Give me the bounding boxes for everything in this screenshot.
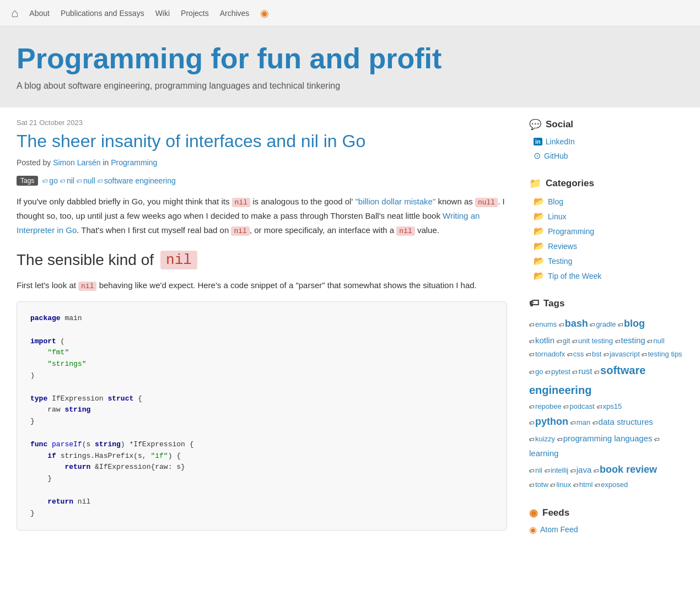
rss-icon: ◉ [529, 525, 537, 535]
category-reviews[interactable]: 📂 Reviews [529, 240, 683, 252]
linkedin-icon: in [534, 138, 542, 145]
folder-icon-testing: 📂 [534, 256, 545, 266]
category-testing[interactable]: 📂 Testing [529, 255, 683, 267]
intro-paragraph: If you've only dabbled briefly in Go, yo… [17, 194, 507, 237]
tag-nil[interactable]: nil [60, 176, 74, 185]
nav-publications[interactable]: Publications and Essays [61, 9, 144, 18]
categories-title: 📁 Categories [529, 177, 683, 190]
folder-icon-programming: 📂 [534, 226, 545, 236]
tag-bash[interactable]: bash [565, 318, 588, 329]
tag-css[interactable]: css [573, 350, 584, 358]
github-icon: ⊙ [534, 150, 541, 161]
main-content: Sat 21 October 2023 The sheer insanity o… [17, 118, 507, 550]
tag-enums[interactable]: enums [535, 320, 557, 328]
tag-intellij[interactable]: intellij [551, 466, 569, 474]
tag-null[interactable]: null [653, 337, 664, 345]
category-linux[interactable]: 📂 Linux [529, 210, 683, 223]
nav-archives[interactable]: Archives [220, 9, 250, 18]
nil-highlight: nil [160, 251, 197, 269]
tags-label: Tags [17, 176, 38, 186]
tag-pytest[interactable]: pytest [551, 367, 570, 376]
article-body: If you've only dabbled briefly in Go, yo… [17, 194, 507, 237]
sidebar-social: 💬 Social in LinkedIn ⊙ GitHub [529, 118, 683, 162]
nav-projects[interactable]: Projects [181, 9, 209, 18]
github-link[interactable]: ⊙ GitHub [529, 149, 683, 162]
tag-book-review[interactable]: book review [600, 464, 657, 475]
category-totw[interactable]: 📂 Tip of the Week [529, 269, 683, 282]
nil-code-2: nil [231, 226, 249, 236]
nil-code-4: nil [78, 282, 96, 291]
tag-go[interactable]: go [42, 176, 58, 185]
sidebar-feeds: ◉ Feeds ◉ Atom Feed [529, 507, 683, 535]
site-nav: ⌂ About Publications and Essays Wiki Pro… [0, 0, 700, 26]
tag-xps15[interactable]: xps15 [603, 402, 622, 410]
tag-software-engineering[interactable]: software engineering [98, 176, 176, 185]
tag-testing-tips[interactable]: testing tips [648, 350, 682, 358]
nav-wiki[interactable]: Wiki [155, 9, 170, 18]
null-code-1: null [475, 198, 498, 207]
atom-feed-link[interactable]: ◉ Atom Feed [529, 525, 683, 535]
tag-man[interactable]: man [577, 418, 590, 426]
social-title: 💬 Social [529, 118, 683, 131]
site-subtitle: A blog about software engineering, progr… [17, 81, 683, 91]
section-body: First let's look at nil behaving like we… [17, 278, 507, 293]
tag-podcast[interactable]: podcast [569, 402, 595, 410]
sidebar: 💬 Social in LinkedIn ⊙ GitHub 📁 Categori… [529, 118, 683, 550]
tag-blog[interactable]: blog [624, 318, 645, 329]
home-link[interactable]: ⌂ [11, 6, 18, 20]
sidebar-categories: 📁 Categories 📂 Blog 📂 Linux 📂 Programmin… [529, 177, 683, 282]
tag-rust[interactable]: rust [578, 366, 592, 376]
folder-icon-totw: 📂 [534, 271, 545, 281]
category-link[interactable]: Programming [111, 158, 157, 167]
tag-tornadofx[interactable]: tornadofx [535, 350, 565, 358]
category-blog[interactable]: 📂 Blog [529, 195, 683, 208]
nav-about[interactable]: About [29, 9, 50, 18]
author-link[interactable]: Simon Larsén [53, 158, 100, 167]
code-block: package main import ( "fmt" "strings" ) … [17, 301, 507, 531]
section-paragraph: First let's look at nil behaving like we… [17, 278, 507, 293]
tag-nil-sidebar[interactable]: nil [535, 466, 542, 474]
sidebar-tags: 🏷 Tags enums bash gradle blog kotlin git… [529, 298, 683, 491]
tag-kotlin[interactable]: kotlin [535, 336, 554, 345]
rss-nav-icon[interactable]: ◉ [260, 7, 269, 19]
tags-cloud-title: 🏷 Tags [529, 298, 683, 309]
site-header: Programming for fun and profit A blog ab… [0, 26, 700, 107]
category-programming[interactable]: 📂 Programming [529, 225, 683, 237]
tag-html[interactable]: html [579, 480, 593, 489]
billion-dollar-link[interactable]: "billion dollar mistake" [356, 197, 436, 206]
section-heading-1: The sensible kind of nil [17, 251, 507, 269]
post-tags-row: Tags go nil null software engineering [17, 176, 507, 186]
tag-null[interactable]: null [77, 176, 95, 185]
post-meta: Posted by Simon Larsén in Programming [17, 158, 507, 167]
tag-linux[interactable]: linux [556, 480, 571, 489]
tag-data-structures[interactable]: data structures [599, 417, 653, 426]
folder-icon-reviews: 📂 [534, 241, 545, 251]
post-title: The sheer insanity of interfaces and nil… [17, 131, 507, 152]
tags-cloud: enums bash gradle blog kotlin git unit t… [529, 315, 683, 491]
tags-icon: 🏷 [529, 298, 539, 309]
tag-totw-sidebar[interactable]: totw [535, 480, 548, 489]
tag-testing[interactable]: testing [621, 336, 645, 345]
section-title-text: The sensible kind of [17, 251, 154, 269]
tag-gradle[interactable]: gradle [596, 320, 616, 328]
folder-icon-linux: 📂 [534, 211, 545, 221]
tag-unit-testing[interactable]: unit testing [578, 337, 613, 345]
tag-programming-languages[interactable]: programming languages [563, 434, 653, 443]
tag-java[interactable]: java [577, 465, 592, 474]
tag-learning[interactable]: learning [529, 448, 558, 458]
tag-javascript[interactable]: javascript [610, 350, 640, 358]
tag-git[interactable]: git [563, 337, 570, 345]
post-date: Sat 21 October 2023 [17, 118, 507, 127]
tag-python[interactable]: python [535, 416, 568, 427]
nil-code-1: nil [232, 198, 250, 207]
linkedin-link[interactable]: in LinkedIn [529, 136, 683, 147]
tag-bst[interactable]: bst [592, 350, 601, 358]
tag-go-sidebar[interactable]: go [535, 367, 543, 376]
tag-exposed[interactable]: exposed [601, 480, 628, 489]
feeds-title: ◉ Feeds [529, 507, 683, 519]
tag-repobee[interactable]: repobee [535, 402, 562, 410]
categories-icon: 📁 [529, 177, 541, 190]
nil-code-3: nil [396, 226, 414, 236]
tag-kuizzy[interactable]: kuizzy [535, 435, 555, 443]
site-title: Programming for fun and profit [17, 43, 683, 74]
